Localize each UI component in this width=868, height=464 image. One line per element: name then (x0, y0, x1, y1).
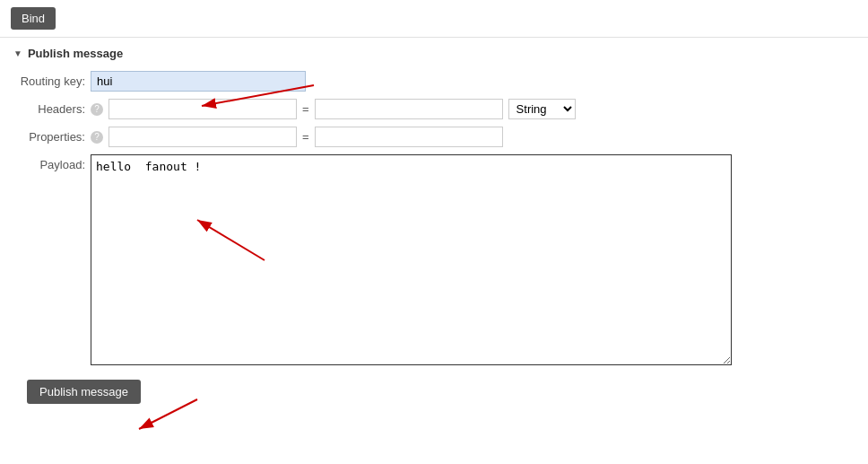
bind-button[interactable]: Bind (11, 7, 56, 30)
publish-message-button[interactable]: Publish message (27, 380, 141, 404)
section-header: ▼ Publish message (13, 47, 855, 60)
section-title: Publish message (28, 47, 123, 60)
properties-label: Properties: (13, 130, 85, 144)
headers-value-input[interactable] (315, 99, 503, 119)
headers-row: Headers: ? = String Bytes Base64 (13, 99, 855, 119)
properties-value-input[interactable] (315, 127, 503, 147)
payload-row: Payload: hello fanout ! (13, 154, 855, 365)
routing-key-row: Routing key: (13, 71, 855, 92)
headers-equals: = (302, 102, 309, 116)
headers-label: Headers: (13, 102, 85, 116)
payload-label: Payload: (13, 154, 85, 171)
top-bar: Bind (0, 0, 868, 38)
routing-key-input[interactable] (91, 71, 306, 92)
publish-section: ▼ Publish message Routing key: Headers: … (0, 38, 868, 413)
properties-equals: = (302, 130, 309, 144)
payload-textarea[interactable]: hello fanout ! (91, 154, 732, 365)
toggle-arrow-icon[interactable]: ▼ (13, 48, 22, 58)
properties-key-input[interactable] (108, 127, 297, 147)
headers-help-icon[interactable]: ? (91, 103, 103, 116)
headers-key-input[interactable] (108, 99, 297, 119)
routing-key-label: Routing key: (13, 74, 85, 88)
properties-help-icon[interactable]: ? (91, 131, 103, 144)
string-type-select[interactable]: String Bytes Base64 (508, 99, 576, 119)
properties-row: Properties: ? = (13, 127, 855, 147)
